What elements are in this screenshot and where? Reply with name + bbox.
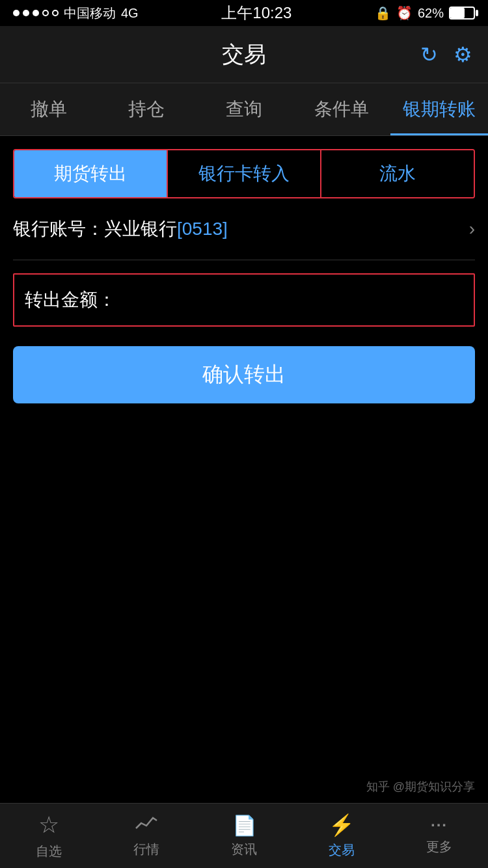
dot5 — [52, 10, 59, 16]
content-area: 银行账号：兴业银行[0513] › 转出金额： 确认转出 — [0, 198, 488, 403]
more-icon: ··· — [431, 816, 448, 834]
trade-icon: ⚡ — [329, 813, 355, 837]
subtab-期货转出[interactable]: 期货转出 — [14, 150, 168, 197]
watermark: 知乎 @期货知识分享 — [366, 778, 475, 796]
bottom-label-交易: 交易 — [329, 841, 355, 859]
amount-label: 转出金额： — [25, 288, 116, 312]
subtab-流水[interactable]: 流水 — [321, 150, 474, 197]
status-time: 上午10:23 — [221, 3, 291, 23]
amount-input[interactable] — [121, 290, 463, 310]
lock-icon: 🔒 — [375, 5, 391, 21]
bottom-item-更多[interactable]: ··· 更多 — [390, 804, 488, 868]
bottom-label-更多: 更多 — [426, 838, 452, 856]
alarm-icon: ⏰ — [396, 5, 413, 21]
nav-actions: ↻ ⚙ — [420, 42, 472, 67]
bank-name: 兴业银行 — [104, 219, 177, 239]
tab-查询[interactable]: 查询 — [195, 83, 293, 135]
dot2 — [23, 10, 29, 16]
status-left: 中国移动 4G — [13, 5, 139, 22]
confirm-transfer-button[interactable]: 确认转出 — [13, 346, 475, 403]
tab-持仓[interactable]: 持仓 — [98, 83, 195, 135]
sub-tabs: 期货转出 银行卡转入 流水 — [13, 149, 475, 198]
dot4 — [42, 10, 49, 16]
tab-条件单[interactable]: 条件单 — [293, 83, 390, 135]
tab-银期转账[interactable]: 银期转账 — [390, 83, 488, 135]
bank-label-text: 银行账号： — [13, 219, 104, 239]
dot1 — [13, 10, 20, 16]
bottom-label-资讯: 资讯 — [231, 841, 257, 858]
dot3 — [33, 10, 39, 16]
bottom-label-自选: 自选 — [36, 843, 62, 860]
chevron-right-icon: › — [469, 219, 475, 239]
signal-dots — [13, 10, 59, 16]
top-tabs: 撤单 持仓 查询 条件单 银期转账 — [0, 83, 488, 136]
bank-account-label: 银行账号：兴业银行[0513] — [13, 217, 228, 241]
battery-fill — [450, 8, 465, 18]
settings-icon[interactable]: ⚙ — [454, 42, 472, 67]
star-icon: ☆ — [38, 811, 59, 839]
status-bar: 中国移动 4G 上午10:23 🔒 ⏰ 62% — [0, 0, 488, 26]
bottom-label-行情: 行情 — [133, 841, 159, 858]
news-icon: 📄 — [232, 814, 256, 837]
bottom-item-行情[interactable]: 行情 — [98, 804, 195, 868]
nav-bar: 交易 ↻ ⚙ — [0, 26, 488, 83]
bottom-item-自选[interactable]: ☆ 自选 — [0, 804, 98, 868]
battery-label: 62% — [418, 6, 444, 21]
bottom-item-资讯[interactable]: 📄 资讯 — [195, 804, 293, 868]
tab-撤单[interactable]: 撤单 — [0, 83, 98, 135]
network-label: 4G — [121, 6, 139, 21]
battery-icon — [449, 7, 475, 20]
chart-icon — [135, 814, 158, 837]
bottom-nav: ☆ 自选 行情 📄 资讯 ⚡ 交易 ··· 更多 — [0, 803, 488, 868]
bank-id: [0513] — [177, 219, 228, 239]
refresh-icon[interactable]: ↻ — [420, 42, 438, 67]
watermark-line1: 知乎 @期货知识分享 — [366, 778, 475, 796]
bank-account-row[interactable]: 银行账号：兴业银行[0513] › — [13, 198, 475, 260]
subtab-银行卡转入[interactable]: 银行卡转入 — [168, 150, 321, 197]
amount-row: 转出金额： — [13, 273, 475, 327]
nav-title: 交易 — [222, 40, 266, 70]
bottom-item-交易[interactable]: ⚡ 交易 — [293, 804, 390, 868]
carrier-label: 中国移动 — [64, 5, 116, 22]
status-right: 🔒 ⏰ 62% — [375, 5, 475, 21]
